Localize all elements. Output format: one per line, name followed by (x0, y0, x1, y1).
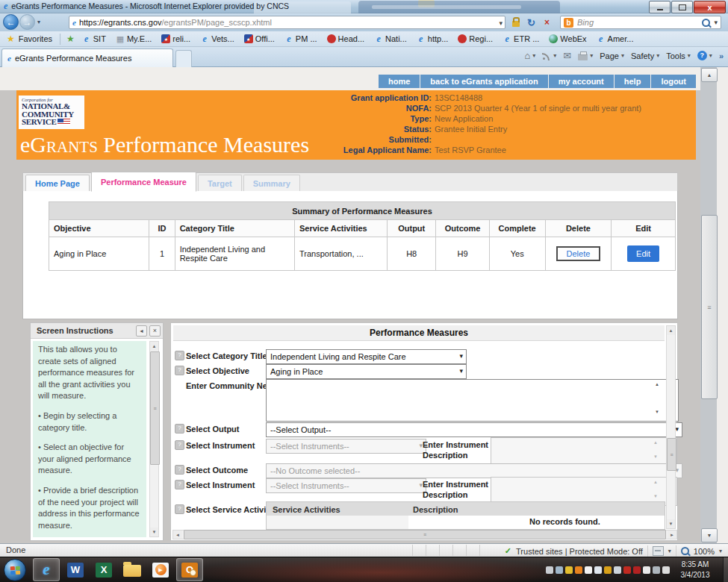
scroll-up-icon[interactable] (667, 326, 675, 335)
help-icon[interactable] (175, 424, 184, 434)
delete-button[interactable]: Delete (556, 246, 601, 261)
community-need-input[interactable] (266, 379, 679, 422)
user-icon[interactable] (556, 566, 563, 574)
taskbar-explorer[interactable] (119, 558, 146, 581)
favorite-item[interactable]: Vets... (200, 34, 234, 43)
scrollbar-thumb[interactable] (667, 438, 676, 471)
taskbar-media-player[interactable] (147, 558, 174, 581)
add-favorite-icon[interactable] (66, 34, 75, 44)
page-menu[interactable]: Page (600, 51, 624, 60)
scroll-up-icon[interactable] (653, 381, 662, 388)
favorite-item[interactable]: WebEx (549, 34, 586, 43)
url-dropdown-icon[interactable] (499, 19, 503, 27)
scroll-down-icon[interactable] (667, 519, 675, 528)
nav-button[interactable]: logout (651, 75, 696, 88)
help-icon[interactable] (175, 480, 184, 489)
taskbar-internet-explorer[interactable]: e (33, 558, 60, 581)
lock-icon[interactable] (604, 566, 612, 574)
app-tab[interactable]: Home Page (25, 175, 90, 191)
display-icon[interactable] (653, 566, 660, 574)
category-select[interactable]: Independent Living and Respite Care (266, 349, 467, 364)
security-icon[interactable] (633, 566, 641, 574)
form-scrollbar[interactable] (666, 325, 676, 529)
nav-button[interactable]: help (615, 75, 651, 88)
safety-menu[interactable]: Safety (631, 51, 659, 60)
help-icon[interactable] (175, 366, 184, 375)
favorites-label[interactable]: Favorites (19, 34, 52, 43)
edit-button[interactable]: Edit (627, 245, 659, 262)
taskbar-clock[interactable]: 8:35 AM 3/4/2013 (673, 560, 718, 581)
instructions-scrollbar[interactable] (149, 341, 159, 537)
close-button[interactable]: x (694, 1, 726, 13)
show-desktop-button[interactable] (723, 557, 728, 582)
new-tab-button[interactable] (175, 50, 192, 67)
help-icon[interactable] (175, 440, 184, 450)
favorite-item[interactable]: http... (417, 34, 449, 43)
taskbar-outlook[interactable] (176, 558, 203, 581)
scrollbar-thumb[interactable] (184, 530, 666, 539)
zoom-icon[interactable] (681, 547, 689, 555)
favorite-item[interactable]: Amer... (597, 34, 634, 43)
nav-button[interactable]: my account (549, 75, 614, 88)
scroll-up-icon[interactable] (150, 342, 158, 351)
favorite-item[interactable]: Nati... (374, 34, 407, 43)
recent-pages-dropdown[interactable] (37, 19, 40, 25)
help-menu[interactable] (697, 51, 712, 60)
help-icon[interactable] (175, 465, 184, 475)
search-icon[interactable] (702, 19, 710, 27)
favorite-item[interactable]: Offi... (244, 34, 275, 43)
favorites-star-icon[interactable] (7, 34, 15, 44)
scroll-down-icon[interactable] (150, 528, 158, 536)
scroll-down-icon[interactable] (701, 528, 718, 542)
browser-tab[interactable]: e eGrants Performance Measures (1, 48, 173, 67)
app-o-icon[interactable] (585, 566, 592, 574)
mcafee-icon[interactable] (623, 566, 631, 574)
favorite-item[interactable]: My.E... (116, 34, 152, 43)
scroll-left-icon[interactable] (173, 531, 182, 539)
app-tab[interactable]: Performance Measure (91, 172, 196, 192)
read-mail-button[interactable] (563, 50, 571, 61)
zoom-level[interactable]: 100% (694, 547, 715, 556)
scrollbar-thumb[interactable] (150, 351, 160, 465)
taskbar-word[interactable] (62, 558, 89, 581)
favorite-item[interactable]: SIT (82, 34, 106, 43)
speaker-icon[interactable] (662, 566, 670, 574)
objective-select[interactable]: Aging in Place (266, 364, 467, 379)
url-field[interactable]: e https://egrants.cns.gov/egrantsPM/page… (69, 16, 505, 29)
print-button[interactable] (578, 51, 593, 60)
scrollbar-thumb[interactable] (701, 215, 718, 399)
mail-icon[interactable] (565, 566, 573, 574)
stop-button[interactable] (540, 16, 554, 29)
nav-button[interactable]: back to eGrants application (420, 75, 547, 88)
doc-icon[interactable] (643, 566, 650, 574)
favorite-item[interactable]: Regi... (458, 34, 493, 43)
help-icon[interactable] (175, 504, 184, 514)
network-icon[interactable] (614, 566, 621, 574)
scroll-down-icon[interactable] (653, 408, 662, 416)
favorite-item[interactable]: ETR ... (503, 34, 539, 43)
home-button[interactable] (524, 50, 535, 61)
minimize-button[interactable] (649, 1, 671, 13)
search-box[interactable]: Bing (560, 16, 721, 29)
compatibility-view-icon[interactable] (653, 546, 664, 556)
security-lock-icon[interactable] (508, 16, 523, 29)
favorite-item[interactable]: Head... (327, 34, 364, 43)
dropdown-icon[interactable] (668, 548, 671, 554)
overflow-chevron-icon[interactable] (719, 51, 724, 60)
taskbar-excel[interactable] (90, 558, 117, 581)
browser-scrollbar[interactable] (700, 67, 717, 543)
scroll-right-icon[interactable] (668, 531, 676, 539)
forward-button[interactable] (19, 14, 35, 30)
close-panel-button[interactable] (149, 325, 161, 337)
form-horizontal-scrollbar[interactable] (172, 530, 677, 539)
maximize-button[interactable] (671, 1, 693, 13)
zoom-dropdown-icon[interactable] (719, 548, 722, 554)
back-button[interactable] (3, 14, 19, 30)
feeds-button[interactable] (542, 51, 556, 60)
outlook-tray-icon[interactable] (575, 566, 582, 574)
start-button[interactable] (4, 559, 26, 581)
favorite-item[interactable]: PM ... (284, 34, 317, 43)
help-icon[interactable] (175, 351, 184, 360)
search-dropdown-icon[interactable] (714, 19, 718, 26)
collapse-panel-button[interactable] (136, 325, 147, 337)
